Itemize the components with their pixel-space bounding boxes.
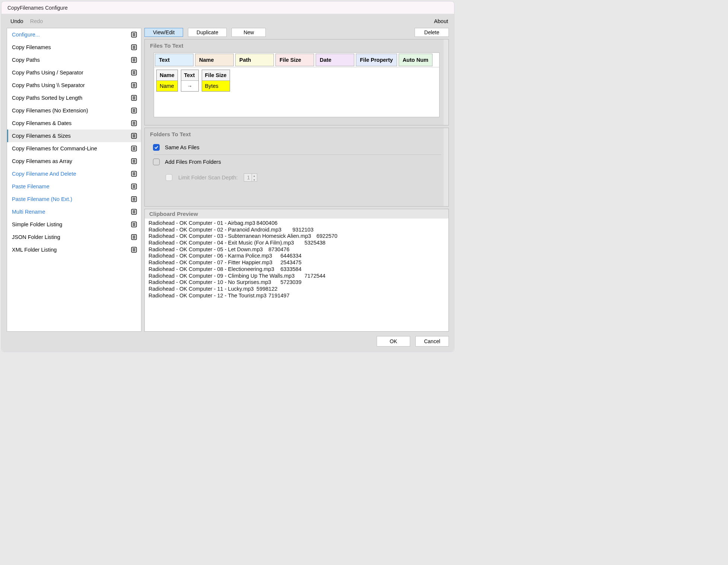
list-icon <box>131 120 137 127</box>
sidebar-item-label: Copy Filenames <box>12 44 51 50</box>
preview-title: Clipboard Preview <box>145 209 448 218</box>
view-edit-button[interactable]: View/Edit <box>144 28 183 37</box>
new-button[interactable]: New <box>232 28 266 37</box>
list-icon <box>131 170 137 177</box>
sidebar-item[interactable]: Paste Filename <box>7 180 141 193</box>
menu-redo[interactable]: Redo <box>30 18 43 24</box>
sidebar-item-label: Copy Filename And Delete <box>12 171 76 177</box>
client-area: Undo Redo About Configure...Copy Filenam… <box>1 14 454 352</box>
sidebar-item[interactable]: JSON Folder Listing <box>7 231 141 243</box>
chevron-down-icon: ▼ <box>252 178 257 182</box>
sidebar-item-label: Multi Rename <box>12 209 45 215</box>
sidebar-item[interactable]: Configure... <box>7 28 141 41</box>
token-card-head: Name <box>157 70 178 81</box>
list-icon <box>131 44 137 51</box>
sidebar-item[interactable]: Paste Filename (No Ext.) <box>7 193 141 205</box>
sidebar-item[interactable]: Copy Filenames for Command-Line <box>7 142 141 155</box>
palette-text[interactable]: Text <box>155 54 194 66</box>
add-files-checkbox[interactable] <box>153 159 160 165</box>
list-icon <box>131 234 137 240</box>
sidebar-item[interactable]: Copy Filename And Delete <box>7 167 141 180</box>
list-icon <box>131 107 137 114</box>
list-icon <box>131 158 137 165</box>
sidebar-item[interactable]: Copy Filenames as Array <box>7 155 141 167</box>
palette-name[interactable]: Name <box>195 54 234 66</box>
list-icon <box>131 133 137 139</box>
sidebar-item-label: XML Folder Listing <box>12 247 57 253</box>
list-icon <box>131 69 137 76</box>
toolbar: View/Edit Duplicate New Delete <box>144 28 449 37</box>
token-card-value: Bytes <box>202 81 230 91</box>
duplicate-button[interactable]: Duplicate <box>188 28 227 37</box>
list-icon <box>131 82 137 89</box>
token-sequence[interactable]: NameNameText→File SizeBytes <box>154 67 439 94</box>
stepper-arrows: ▲ ▼ <box>252 174 257 181</box>
app-window: CopyFilenames Configure Undo Redo About … <box>1 1 454 352</box>
token-editor[interactable]: Text Name Path File Size Date File Prope… <box>154 52 440 117</box>
same-as-files-label: Same As Files <box>165 144 199 150</box>
palette-path[interactable]: Path <box>235 54 274 66</box>
window-title: CopyFilenames Configure <box>1 1 454 14</box>
sidebar-item-label: Copy Paths Using / Separator <box>12 70 83 76</box>
same-as-files-row[interactable]: Same As Files <box>153 140 442 154</box>
sidebar-item-label: Copy Filenames & Dates <box>12 120 71 126</box>
sidebar-item-label: Simple Folder Listing <box>12 221 62 227</box>
token-card-head: Text <box>181 70 198 81</box>
depth-value: 1 <box>244 174 252 181</box>
list-icon <box>131 221 137 228</box>
list-icon <box>131 31 137 38</box>
sidebar-item[interactable]: Multi Rename <box>7 205 141 218</box>
sidebar-item-label: Copy Filenames for Command-Line <box>12 146 97 151</box>
palette-auto-num[interactable]: Auto Num <box>399 54 432 66</box>
token-card[interactable]: NameName <box>156 70 178 92</box>
token-card[interactable]: Text→ <box>181 70 199 92</box>
sidebar-item[interactable]: Copy Paths Sorted by Length <box>7 92 141 104</box>
sidebar-item[interactable]: Copy Filenames & Sizes <box>7 130 141 142</box>
ok-button[interactable]: OK <box>377 336 410 347</box>
sidebar-item[interactable]: Simple Folder Listing <box>7 218 141 231</box>
add-files-row[interactable]: Add Files From Folders <box>153 155 442 169</box>
sidebar-item-label: JSON Folder Listing <box>12 234 60 240</box>
same-as-files-checkbox[interactable] <box>153 144 160 151</box>
menu-undo[interactable]: Undo <box>10 18 23 24</box>
list-icon <box>131 145 137 152</box>
files-panel-title: Files To Text <box>145 39 448 51</box>
cancel-button[interactable]: Cancel <box>415 336 449 347</box>
sidebar-item[interactable]: XML Folder Listing <box>7 243 141 256</box>
menubar: Undo Redo About <box>1 14 454 28</box>
files-panel-scrollbar[interactable] <box>444 39 448 125</box>
preview-body[interactable]: Radiohead - OK Computer - 01 - Airbag.mp… <box>145 218 448 331</box>
sidebar-item-label: Copy Filenames as Array <box>12 158 72 164</box>
limit-depth-checkbox <box>166 174 172 181</box>
sidebar-item[interactable]: Copy Paths <box>7 54 141 66</box>
depth-stepper: 1 ▲ ▼ <box>244 173 257 182</box>
token-card[interactable]: File SizeBytes <box>202 70 230 92</box>
dialog-buttons: OK Cancel <box>1 332 454 352</box>
palette-file-property[interactable]: File Property <box>356 54 397 66</box>
delete-button[interactable]: Delete <box>415 28 449 37</box>
sidebar-item-label: Copy Filenames & Sizes <box>12 133 71 139</box>
sidebar-item-label: Paste Filename (No Ext.) <box>12 196 72 202</box>
list-icon <box>131 95 137 101</box>
menu-about[interactable]: About <box>434 18 448 24</box>
palette-date[interactable]: Date <box>316 54 354 66</box>
folders-to-text-panel: Folders To Text Same As Files Add Files … <box>144 128 449 207</box>
list-icon <box>131 183 137 190</box>
sidebar[interactable]: Configure...Copy FilenamesCopy PathsCopy… <box>7 28 141 332</box>
sidebar-item[interactable]: Copy Filenames <box>7 41 141 54</box>
list-icon <box>131 208 137 215</box>
sidebar-item[interactable]: Copy Paths Using / Separator <box>7 66 141 79</box>
sidebar-item[interactable]: Copy Filenames (No Extension) <box>7 104 141 117</box>
add-files-label: Add Files From Folders <box>165 159 221 165</box>
chevron-up-icon: ▲ <box>252 174 257 178</box>
token-card-head: File Size <box>202 70 230 81</box>
folders-panel-scrollbar[interactable] <box>444 128 448 206</box>
palette-file-size[interactable]: File Size <box>275 54 314 66</box>
files-to-text-panel: Files To Text Text Name Path File Size D… <box>144 39 449 125</box>
sidebar-item[interactable]: Copy Filenames & Dates <box>7 117 141 130</box>
token-palette: Text Name Path File Size Date File Prope… <box>154 53 439 67</box>
sidebar-item-label: Configure... <box>12 32 40 38</box>
sidebar-item-label: Copy Paths Using \\ Separator <box>12 82 85 88</box>
sidebar-item[interactable]: Copy Paths Using \\ Separator <box>7 79 141 92</box>
sidebar-item-label: Copy Filenames (No Extension) <box>12 108 88 114</box>
